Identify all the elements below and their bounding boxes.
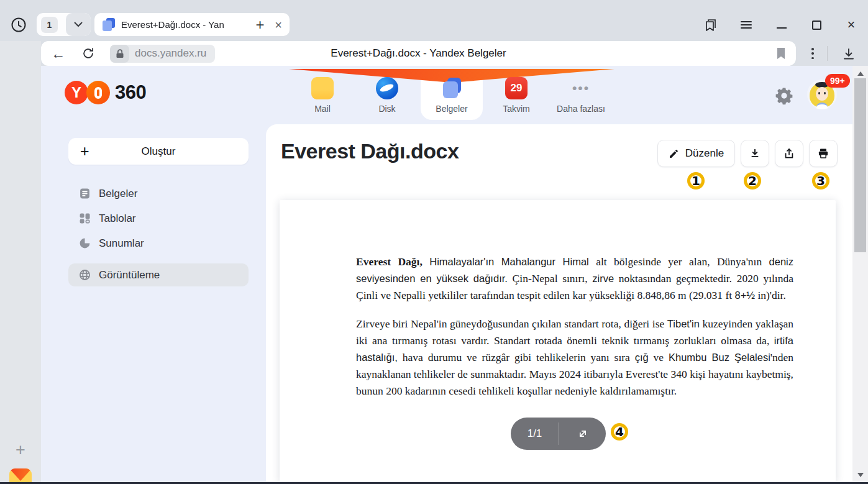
domain-text: docs.yandex.ru [129,47,215,60]
service-more[interactable]: ••• Daha fazlası [550,70,612,120]
scroll-up-arrow[interactable] [852,68,868,78]
browser-window: 1 Everest+Dağı.docx - Yan × + × 1 ← [0,0,868,484]
annotation-1: 1 [687,172,705,189]
page-scrollbar [852,66,868,482]
settings-gear-icon[interactable] [774,86,794,106]
main-panel: Everest Dağı.docx Düzenle [266,124,852,482]
fullscreen-button[interactable] [559,427,606,440]
sidebar-item-viewing[interactable]: Görüntüleme [68,263,249,286]
browser-side-rail: + ••• [0,41,41,482]
chevron-down-icon[interactable] [66,13,91,36]
document-icon [79,188,91,199]
page-indicator[interactable]: 1/1 [511,418,606,450]
address-toolbar: ← docs.yandex.ru Everest+Dağı.docx - Yan… [41,41,796,66]
close-tab-icon[interactable]: × [273,19,283,31]
download-icon [749,147,761,160]
document-title: Everest Dağı.docx [281,139,459,163]
annotation-3: 3 [812,172,829,189]
yandex-y-icon: Y [65,81,88,104]
yandex-o-icon [86,81,110,104]
scroll-down-arrow[interactable] [852,470,868,480]
document-text: Everest Dağı, Himalayalar'ın Mahalangur … [280,200,836,400]
pencil-icon [669,148,679,159]
paragraph: Zirveye biri Nepal'in güneydoğusundan çı… [356,316,793,400]
disk-icon [376,77,398,99]
create-button[interactable]: + Oluştur [68,138,249,165]
scrollbar-thumb[interactable] [854,78,866,252]
bookmarks-panel-icon[interactable] [703,17,719,33]
page-count: 1/1 [511,427,559,440]
share-icon [783,147,795,160]
globe-icon [79,269,91,281]
service-mail[interactable]: Mail [291,70,354,120]
lock-icon [110,45,129,63]
bookmark-icon[interactable] [776,47,786,62]
minimize-button[interactable] [774,17,790,33]
mail-icon [311,77,334,99]
share-button[interactable] [775,140,803,167]
paragraph: Everest Dağı, Himalayalar'ın Mahalangur … [356,253,793,304]
tables-icon [79,212,91,224]
browser-menu-icon[interactable] [738,17,754,33]
annotation-2: 2 [744,172,761,189]
sidebar-item-tables[interactable]: Tablolar [68,207,249,230]
maximize-button[interactable] [808,17,825,33]
web-content: Y 360 Mail Disk Belgeler 29 Takvim ••• [41,66,852,482]
more-services-icon: ••• [572,77,590,99]
back-button[interactable]: ← [51,47,65,61]
notifications-badge: 99+ [825,74,850,88]
toolbar-more-icon[interactable] [807,47,818,60]
tab-group[interactable]: 1 [37,13,91,36]
download-button[interactable] [741,140,769,167]
yandex-360-logo[interactable]: Y 360 [65,81,146,104]
edit-button[interactable]: Düzenle [657,140,735,167]
presentations-icon [79,237,91,249]
documents-icon [441,77,463,99]
annotation-4: 4 [611,423,628,441]
yandex-docs-favicon [102,18,116,32]
close-window-button[interactable]: × [843,17,859,33]
expand-icon [577,427,589,440]
calendar-icon: 29 [505,77,528,99]
sidebar-item-documents[interactable]: Belgeler [68,182,249,205]
address-bar[interactable]: docs.yandex.ru [110,45,215,63]
tab-group-count: 1 [41,17,58,33]
toolbar-separator [827,46,828,61]
rail-add-icon[interactable]: + [0,439,41,461]
clock-icon [10,16,27,34]
printer-icon [817,147,829,160]
new-tab-button[interactable]: + [249,13,272,36]
services-nav: Mail Disk Belgeler 29 Takvim ••• Daha fa… [290,70,613,120]
sidebar-item-presentations[interactable]: Sunumlar [68,232,249,255]
history-icon[interactable] [8,14,29,35]
print-button[interactable] [809,140,838,167]
downloads-icon[interactable] [840,45,857,63]
logo-360-text: 360 [115,81,146,104]
reload-button[interactable] [81,47,95,60]
account-avatar[interactable]: 99+ [807,80,837,109]
